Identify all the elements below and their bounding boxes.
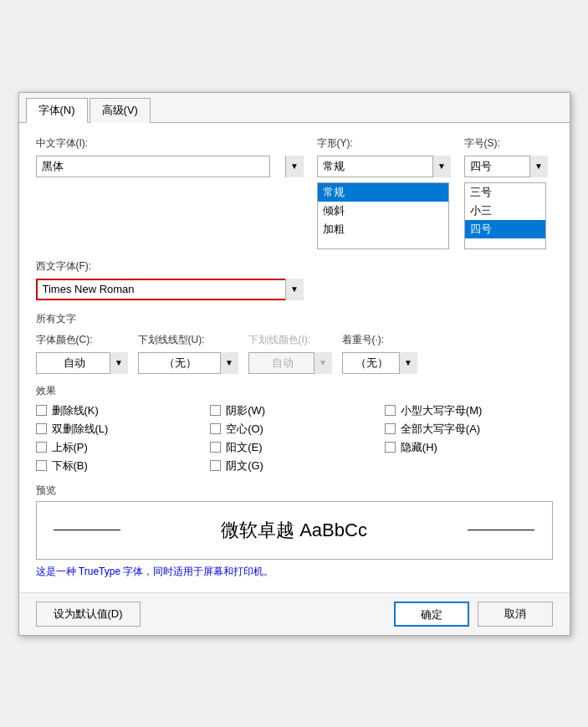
all-chars-row: 字体颜色(C): 自动 ▼ 下划线线型(U): （无） ▼ 下划线颜色(I): … (36, 333, 553, 374)
effect-subscript[interactable]: 下标(B) (36, 458, 204, 474)
underline-style-wrapper: （无） ▼ (138, 352, 238, 374)
effect-engrave-checkbox[interactable] (210, 460, 221, 471)
chinese-font-select[interactable]: 黑体 (36, 156, 270, 177)
western-font-label: 西文字体(F): (36, 259, 553, 274)
effect-shadow-label: 阴影(W) (226, 403, 265, 418)
effect-small-caps[interactable]: 小型大写字母(M) (385, 403, 553, 418)
font-size-item-4[interactable]: 四号 (465, 220, 545, 238)
effect-hidden-checkbox[interactable] (385, 442, 396, 453)
effect-superscript[interactable]: 上标(P) (36, 440, 204, 455)
effect-outline-label: 空心(O) (226, 422, 263, 437)
western-font-group: 西文字体(F): Times New Roman ▼ (36, 259, 553, 300)
button-bar: 设为默认值(D) 确定 取消 (19, 592, 570, 635)
font-color-select[interactable]: 自动 (36, 352, 128, 374)
effect-hidden[interactable]: 隐藏(H) (385, 440, 553, 455)
effect-double-strikethrough-checkbox[interactable] (36, 423, 47, 434)
preview-title: 预览 (36, 484, 553, 498)
effect-subscript-label: 下标(B) (52, 458, 88, 474)
font-style-display[interactable]: 常规 (317, 156, 434, 177)
tab-font[interactable]: 字体(N) (26, 98, 88, 123)
font-style-label: 字形(Y): (317, 136, 451, 151)
tab-advanced[interactable]: 高级(V) (89, 98, 151, 123)
ok-button[interactable]: 确定 (394, 602, 469, 627)
cancel-button[interactable]: 取消 (478, 602, 553, 627)
preview-text: 微软卓越 AaBbCc (221, 518, 367, 543)
effect-emboss-checkbox[interactable] (210, 442, 221, 453)
preview-box: 微软卓越 AaBbCc (36, 501, 553, 560)
emphasis-select[interactable]: （无） (342, 352, 417, 374)
effect-shadow[interactable]: 阴影(W) (210, 403, 378, 418)
western-font-display[interactable]: Times New Roman (36, 279, 304, 300)
font-style-group: 字形(Y): 常规 ▼ 常规 倾斜 加粗 (317, 136, 451, 249)
font-style-item-italic[interactable]: 倾斜 (318, 202, 448, 220)
chinese-font-arrow-icon[interactable]: ▼ (285, 156, 304, 177)
font-size-label: 字号(S): (464, 136, 548, 151)
font-size-list[interactable]: 三号 小三 四号 (464, 182, 546, 249)
effect-all-caps-checkbox[interactable] (385, 423, 396, 434)
effect-emboss[interactable]: 阳文(E) (210, 440, 378, 455)
all-chars-title: 所有文字 (36, 312, 553, 326)
effect-engrave-label: 阴文(G) (226, 458, 263, 474)
dialog-content: 中文字体(I): 黑体 ▼ 字形(Y): 常规 ▼ 常规 倾斜 加粗 (19, 123, 570, 592)
chinese-font-wrapper: 黑体 ▼ (36, 156, 304, 177)
effects-section: 效果 删除线(K) 阴影(W) 小型大写字母(M) 双 (36, 384, 553, 474)
font-color-label: 字体颜色(C): (36, 333, 128, 347)
preview-line-left (54, 530, 120, 530)
effect-strikethrough[interactable]: 删除线(K) (36, 403, 204, 418)
effect-small-caps-label: 小型大写字母(M) (401, 403, 483, 418)
effect-superscript-label: 上标(P) (52, 440, 88, 455)
effect-strikethrough-label: 删除线(K) (52, 403, 99, 418)
effects-title: 效果 (36, 384, 553, 398)
effect-all-caps-label: 全部大写字母(A) (401, 422, 480, 437)
underline-style-select[interactable]: （无） (138, 352, 238, 374)
font-size-item-small3[interactable]: 小三 (465, 202, 545, 220)
effect-double-strikethrough-label: 双删除线(L) (52, 422, 109, 437)
font-note: 这是一种 TrueType 字体，同时适用于屏幕和打印机。 (36, 565, 553, 579)
font-style-list[interactable]: 常规 倾斜 加粗 (317, 182, 449, 249)
font-size-arrow-icon[interactable]: ▼ (529, 156, 548, 177)
effect-hidden-label: 隐藏(H) (401, 440, 437, 455)
font-style-item-bold[interactable]: 加粗 (318, 220, 448, 238)
underline-color-select: 自动 (248, 352, 332, 374)
effect-all-caps[interactable]: 全部大写字母(A) (385, 422, 553, 437)
font-style-item-regular[interactable]: 常规 (318, 183, 448, 202)
emphasis-field: 着重号(·): （无） ▼ (342, 333, 417, 374)
effect-shadow-checkbox[interactable] (210, 405, 221, 416)
font-size-item-3[interactable]: 三号 (465, 183, 545, 202)
effect-superscript-checkbox[interactable] (36, 442, 47, 453)
font-color-field: 字体颜色(C): 自动 ▼ (36, 333, 128, 374)
font-size-display[interactable]: 四号 (464, 156, 531, 177)
effect-engrave[interactable]: 阴文(G) (210, 458, 378, 474)
font-style-arrow-icon[interactable]: ▼ (432, 156, 451, 177)
effects-grid: 删除线(K) 阴影(W) 小型大写字母(M) 双删除线(L) 空心( (36, 403, 553, 474)
effect-subscript-checkbox[interactable] (36, 460, 47, 471)
set-default-button[interactable]: 设为默认值(D) (36, 602, 141, 627)
chinese-font-group: 中文字体(I): 黑体 ▼ (36, 136, 304, 177)
font-color-wrapper: 自动 ▼ (36, 352, 128, 374)
font-size-display-wrapper: 四号 ▼ (464, 156, 548, 177)
font-style-display-wrapper: 常规 ▼ (317, 156, 451, 177)
tab-bar: 字体(N) 高级(V) (19, 93, 570, 123)
effect-outline-checkbox[interactable] (210, 423, 221, 434)
effect-emboss-label: 阳文(E) (226, 440, 262, 455)
underline-color-label: 下划线颜色(I): (248, 333, 332, 347)
effect-small-caps-checkbox[interactable] (385, 405, 396, 416)
font-main-row: 中文字体(I): 黑体 ▼ 字形(Y): 常规 ▼ 常规 倾斜 加粗 (36, 136, 553, 249)
preview-lines: 微软卓越 AaBbCc (54, 518, 535, 543)
emphasis-label: 着重号(·): (342, 333, 417, 347)
preview-section: 预览 微软卓越 AaBbCc 这是一种 TrueType 字体，同时适用于屏幕和… (36, 484, 553, 579)
font-dialog: 字体(N) 高级(V) 中文字体(I): 黑体 ▼ 字形(Y): 常规 ▼ (18, 92, 570, 636)
right-buttons: 确定 取消 (394, 602, 553, 627)
effect-strikethrough-checkbox[interactable] (36, 405, 47, 416)
emphasis-wrapper: （无） ▼ (342, 352, 417, 374)
preview-line-right (468, 530, 534, 530)
underline-style-label: 下划线线型(U): (138, 333, 238, 347)
effect-outline[interactable]: 空心(O) (210, 422, 378, 437)
chinese-font-label: 中文字体(I): (36, 136, 304, 151)
font-size-group: 字号(S): 四号 ▼ 三号 小三 四号 (464, 136, 548, 249)
underline-style-field: 下划线线型(U): （无） ▼ (138, 333, 238, 374)
underline-color-wrapper: 自动 ▼ (248, 352, 332, 374)
underline-color-field: 下划线颜色(I): 自动 ▼ (248, 333, 332, 374)
effect-double-strikethrough[interactable]: 双删除线(L) (36, 422, 204, 437)
